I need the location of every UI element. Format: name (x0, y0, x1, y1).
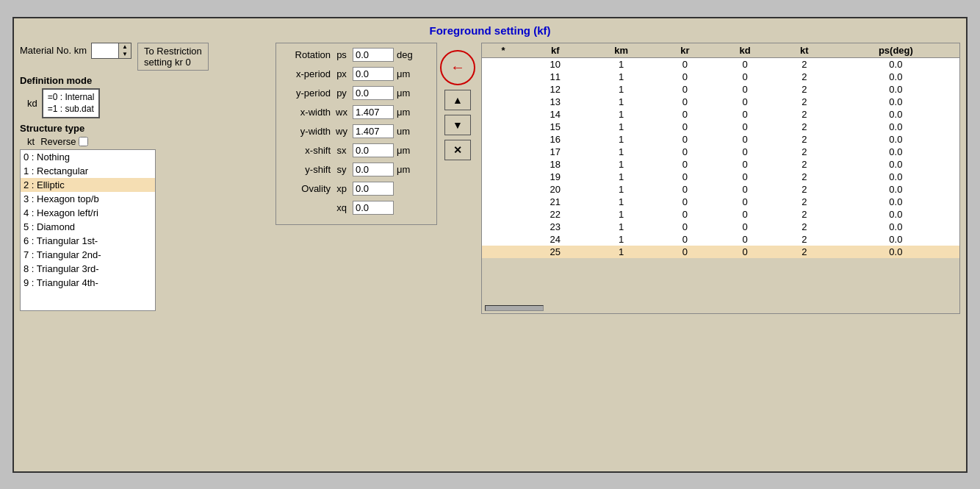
cell-12-4: 0 (713, 208, 777, 221)
cell-10-3: 0 (656, 183, 713, 196)
cell-8-5: 2 (777, 158, 832, 171)
param-input-5[interactable] (353, 143, 394, 157)
table-row[interactable]: 2310020.0 (482, 221, 959, 233)
col-header-*: * (482, 43, 525, 58)
scrollbar-track[interactable] (485, 305, 544, 311)
table-row[interactable]: 1610020.0 (482, 133, 959, 146)
param-input-1[interactable] (353, 67, 394, 81)
kt-list-item-4[interactable]: 4 : Hexagon left/ri (21, 206, 155, 220)
table-row[interactable]: 1310020.0 (482, 96, 959, 108)
cell-8-6: 0.0 (832, 158, 959, 171)
kt-list-item-9[interactable]: 9 : Triangular 4th- (21, 276, 155, 290)
table-row[interactable]: 2510020.0 (482, 246, 959, 258)
param-input-2[interactable] (353, 86, 394, 100)
cell-15-2: 1 (586, 246, 657, 258)
param-input-6[interactable] (353, 163, 394, 176)
kt-list-item-6[interactable]: 6 : Triangular 1st- (21, 234, 155, 248)
table-row[interactable]: 1110020.0 (482, 71, 959, 83)
cell-2-4: 0 (713, 83, 777, 96)
cell-5-5: 2 (777, 121, 832, 133)
cell-11-6: 0.0 (832, 196, 959, 208)
table-row[interactable]: 1210020.0 (482, 83, 959, 96)
cell-15-5: 2 (777, 246, 832, 258)
cell-9-5: 2 (777, 171, 832, 183)
table-wrapper[interactable]: *kfkmkrkdktps(deg) 1010020.01110020.0121… (482, 43, 959, 304)
cell-4-6: 0.0 (832, 108, 959, 121)
middle-area: Rotation ps deg x-period px μm y-period … (275, 43, 475, 315)
cell-7-3: 0 (656, 146, 713, 158)
reverse-checkbox[interactable] (79, 137, 88, 146)
cell-3-0 (482, 96, 525, 108)
spin-up-btn[interactable]: ▲ (119, 43, 131, 51)
table-row[interactable]: 2210020.0 (482, 208, 959, 221)
spin-down-btn[interactable]: ▼ (119, 51, 131, 58)
material-spinbox[interactable]: 1 ▲ ▼ (91, 43, 131, 59)
arrow-left-btn[interactable]: ← (440, 50, 475, 85)
cell-2-5: 2 (777, 83, 832, 96)
kt-list-item-1[interactable]: 1 : Rectangular (21, 164, 155, 178)
table-row[interactable]: 2110020.0 (482, 196, 959, 208)
param-name-3: x-width (281, 107, 331, 118)
kt-list[interactable]: 0 : Nothing1 : Rectangular2 : Elliptic3 … (20, 149, 156, 311)
cell-11-5: 2 (777, 196, 832, 208)
cell-0-5: 2 (777, 57, 832, 71)
cell-13-2: 1 (586, 221, 657, 233)
cell-8-4: 0 (713, 158, 777, 171)
cell-8-0 (482, 158, 525, 171)
kt-label: kt (27, 136, 35, 147)
table-row[interactable]: 1010020.0 (482, 57, 959, 71)
table-row[interactable]: 2010020.0 (482, 183, 959, 196)
param-input-3[interactable] (353, 105, 394, 119)
cell-7-2: 1 (586, 146, 657, 158)
param-sym-7: xp (334, 183, 350, 194)
param-input-4[interactable] (353, 124, 394, 138)
close-btn[interactable]: ✕ (444, 140, 471, 160)
cell-6-5: 2 (777, 133, 832, 146)
cell-3-1: 13 (525, 96, 586, 108)
table-row[interactable]: 2410020.0 (482, 233, 959, 246)
left-panel: Material No. km 1 ▲ ▼ To Restriction set… (20, 43, 270, 315)
table-row[interactable]: 1910020.0 (482, 171, 959, 183)
cell-6-3: 0 (656, 133, 713, 146)
cell-6-0 (482, 133, 525, 146)
cell-15-1: 25 (525, 246, 586, 258)
cell-6-2: 1 (586, 133, 657, 146)
cell-2-6: 0.0 (832, 83, 959, 96)
cell-12-3: 0 (656, 208, 713, 221)
param-name-5: x-shift (281, 145, 331, 156)
table-row[interactable]: 1710020.0 (482, 146, 959, 158)
kt-list-item-8[interactable]: 8 : Triangular 3rd- (21, 262, 155, 276)
param-sym-1: px (334, 68, 350, 79)
kt-list-item-3[interactable]: 3 : Hexagon top/b (21, 192, 155, 206)
right-panel: *kfkmkrkdktps(deg) 1010020.01110020.0121… (481, 43, 960, 315)
material-input[interactable]: 1 (92, 44, 118, 57)
param-input-0[interactable] (353, 48, 394, 62)
cell-14-3: 0 (656, 233, 713, 246)
param-name-6: y-shift (281, 164, 331, 175)
param-input-8[interactable] (353, 201, 394, 215)
down-btn[interactable]: ▼ (444, 115, 471, 135)
kt-list-item-0[interactable]: 0 : Nothing (21, 150, 155, 164)
table-row[interactable]: 1810020.0 (482, 158, 959, 171)
param-name-7: Ovality (281, 183, 331, 194)
up-btn[interactable]: ▲ (444, 90, 471, 110)
table-row[interactable]: 1410020.0 (482, 108, 959, 121)
cell-10-4: 0 (713, 183, 777, 196)
kt-list-item-5[interactable]: 5 : Diamond (21, 220, 155, 234)
cell-14-6: 0.0 (832, 233, 959, 246)
cell-15-0 (482, 246, 525, 258)
param-row-7: Ovality xp (281, 182, 432, 196)
cell-11-0 (482, 196, 525, 208)
cell-13-0 (482, 221, 525, 233)
kt-list-item-7[interactable]: 7 : Triangular 2nd- (21, 248, 155, 262)
param-unit-5: μm (397, 145, 419, 156)
col-header-ps(deg): ps(deg) (832, 43, 959, 58)
table-row[interactable]: 1510020.0 (482, 121, 959, 133)
cell-13-5: 2 (777, 221, 832, 233)
cell-12-6: 0.0 (832, 208, 959, 221)
cell-9-2: 1 (586, 171, 657, 183)
kd-option-0: =0 : Internal (48, 91, 95, 104)
param-input-7[interactable] (353, 182, 394, 196)
kt-list-item-2[interactable]: 2 : Elliptic (21, 178, 155, 192)
cell-5-6: 0.0 (832, 121, 959, 133)
